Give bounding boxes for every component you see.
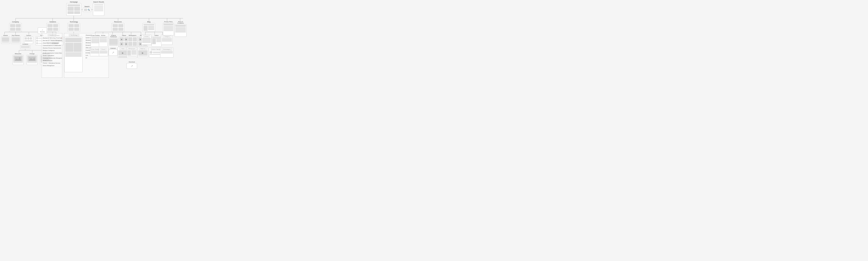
subcategory-bracket-wireframe[interactable]: [ Subcategory ]	[160, 47, 174, 58]
careers-node: Careers	[24, 35, 33, 37]
search-results-label: Search Results	[93, 1, 104, 3]
awards-wireframe[interactable]	[1, 37, 10, 44]
company-wireframe[interactable]	[9, 23, 22, 32]
article-bracket-label: [ Article ]	[143, 35, 150, 38]
blog-node: Blog	[143, 21, 155, 23]
careers-wireframe[interactable]	[24, 37, 33, 44]
locations-label: Locations	[20, 43, 30, 45]
milwaukee-wireframe[interactable]	[12, 55, 24, 65]
locations-node: Locations	[20, 43, 30, 45]
success-label: Success	[40, 31, 45, 32]
cloud-migration-item[interactable]: Cloud Migration & Datacenter	[42, 42, 62, 44]
author-wireframe[interactable]	[152, 37, 161, 47]
chicago-wireframe[interactable]	[27, 55, 37, 65]
svg-point-54	[19, 58, 20, 58]
search-wireframe[interactable]: 🔍	[83, 8, 91, 12]
privacy-policy-label: Privacy Policy	[163, 21, 174, 23]
terms-conditions-node: Terms & Conditions	[175, 21, 187, 24]
locations-wireframe[interactable]	[20, 45, 30, 49]
milwaukee-label: Milwaukee	[12, 53, 24, 54]
subcategory-bracket-label: [ Subcategory ]	[161, 48, 172, 50]
solutions-node: Solutions	[46, 21, 59, 23]
external-wireframe[interactable]: ↗	[109, 49, 117, 56]
terms-conditions-label: Terms & Conditions	[175, 21, 187, 24]
milwaukee-node: Milwaukee	[12, 53, 24, 55]
key-partners-wireframe[interactable]	[11, 37, 21, 44]
blog-wireframe[interactable]	[143, 23, 155, 32]
download-label: Download	[127, 61, 137, 63]
homepage-label: Homepage	[66, 1, 81, 3]
key-partners-node: Key Partners	[11, 35, 21, 37]
chicago-label: Chicago	[27, 53, 37, 54]
download-node: Download ↗	[127, 61, 137, 63]
crm-item[interactable]: Customer Relationship Management	[42, 57, 62, 60]
whitepaper-bracket-wireframe[interactable]: [ Whitepaper ]	[127, 47, 137, 58]
identity-item[interactable]: Identity & Access	[42, 60, 62, 62]
article-bracket-wireframe[interactable]: [ Article ]	[142, 35, 152, 45]
success-wireframe[interactable]: ✓ Success	[38, 28, 47, 34]
solution-bracket-label: [ Solution ]	[48, 34, 56, 36]
webinar-bracket-wireframe[interactable]: [ Webinar ] ▶	[137, 47, 148, 58]
homepage-node: Homepage	[66, 1, 81, 16]
solutions-wireframe[interactable]	[46, 23, 59, 32]
company-label: Company	[9, 21, 22, 23]
technology-label: Technology	[67, 21, 80, 23]
category-bracket-label: [ Category ]	[162, 35, 171, 38]
btr-item[interactable]: Business & Technology Roadmap	[42, 37, 62, 39]
careers-label: Careers	[24, 35, 33, 36]
business-process-item[interactable]: Business Process Improvements	[42, 47, 62, 49]
resources-wireframe[interactable]	[112, 23, 124, 32]
whitepapers-wireframe[interactable]	[127, 37, 137, 47]
premier-item[interactable]: Premier + Operational Services	[42, 62, 62, 65]
search-node: Search 🔍	[83, 6, 91, 12]
technology-bracket-label: [ Technology ]	[69, 34, 79, 36]
homepage-wireframe[interactable]	[66, 3, 81, 16]
projects-performed-node: Projects Performed	[108, 35, 119, 38]
company-node: Company	[9, 21, 22, 23]
k2-item[interactable]: K2	[85, 57, 108, 59]
author-node: Author	[152, 35, 161, 37]
sitemap-canvas: Homepage Search 🔍 Search Results Company	[0, 0, 434, 133]
external-node: External ↗	[109, 47, 117, 49]
technology-wireframe[interactable]	[67, 23, 80, 32]
event-bracket-wireframe[interactable]: [ Event ]	[99, 47, 108, 56]
awards-node: Awards	[1, 35, 10, 37]
business-intelligence-item[interactable]: Business Intelligence	[42, 49, 62, 52]
devops-item[interactable]: Dev Ops & IT Service Management	[42, 39, 62, 42]
author-label: Author	[152, 35, 161, 36]
privacy-policy-node: Privacy Policy	[163, 21, 174, 23]
event-bracket-label: [ Event ]	[100, 48, 107, 50]
search-results-wireframe[interactable]	[93, 3, 104, 16]
privacy-policy-wireframe[interactable]	[163, 23, 174, 35]
modern-apps-item[interactable]: Modern Applications	[42, 54, 62, 57]
search-label: Search	[83, 6, 91, 7]
projects-performed-wireframe[interactable]	[108, 38, 119, 48]
device-mgmt-item[interactable]: Device Management	[42, 65, 62, 67]
terms-conditions-wireframe[interactable]	[175, 24, 187, 37]
webinar-bracket-label: [ Webinar ]	[139, 47, 147, 50]
author-name-bracket-label: [Author Name]	[151, 48, 161, 50]
technology-node: Technology	[67, 21, 80, 23]
communications-item[interactable]: Communications & Collaboration	[42, 44, 62, 47]
whitepapers-node: Whitepapers	[127, 35, 137, 37]
case-study-bracket-wireframe[interactable]: [Case Study]	[90, 47, 100, 56]
case-study-bracket-label: [Case Study]	[90, 48, 100, 50]
awards-label: Awards	[1, 35, 10, 36]
blog-label: Blog	[143, 21, 155, 23]
whitepapers-label: Whitepapers	[127, 35, 137, 36]
events-label: Events	[99, 35, 107, 36]
video-bracket-label: [ Video ]	[120, 47, 126, 50]
events-node: Events	[99, 35, 107, 37]
search-results-node: Search Results	[93, 1, 104, 16]
whitepaper-bracket-label: [ Whitepaper ]	[127, 47, 137, 50]
category-bracket-wireframe[interactable]: [ Category ]	[161, 35, 173, 45]
solution-dashed-box: [ Solution ] Business & Technology Roadm…	[42, 33, 62, 78]
chicago-node: Chicago	[27, 53, 37, 55]
download-wireframe[interactable]: ↗	[127, 63, 137, 69]
projects-performed-label: Projects Performed	[108, 35, 119, 37]
resources-node: Resources	[112, 21, 124, 23]
events-wireframe[interactable]	[99, 37, 107, 47]
external-label: External	[109, 47, 117, 49]
key-partners-label: Key Partners	[11, 35, 21, 36]
portals-item[interactable]: Portals & Enterprise Content Management	[42, 52, 62, 54]
